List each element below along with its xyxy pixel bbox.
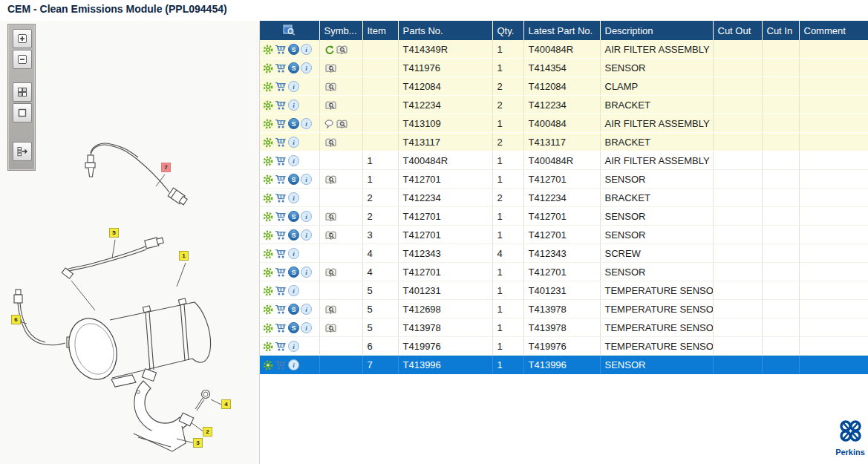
gear-icon[interactable] — [263, 249, 273, 259]
gear-icon[interactable] — [263, 212, 273, 222]
cart-icon[interactable] — [275, 45, 287, 54]
table-row[interactable]: Si 5 T412698 1 T413978 TEMPERATURE SENSO… — [260, 300, 868, 318]
table-row[interactable]: i 2 T412234 2 T412234 BRACKET — [260, 189, 868, 207]
gear-icon[interactable] — [263, 230, 273, 241]
table-row[interactable]: Si 2 T412701 1 T412701 SENSOR — [260, 207, 868, 226]
gear-icon[interactable] — [263, 82, 273, 92]
cart-icon[interactable] — [275, 249, 287, 258]
callout-4[interactable]: 4 — [221, 399, 231, 409]
column-header-latest-part-no[interactable]: Latest Part No. — [523, 21, 600, 40]
info-icon[interactable]: i — [288, 248, 299, 259]
callout-7[interactable]: 7 — [161, 163, 171, 172]
gear-icon[interactable] — [263, 63, 273, 73]
info-icon[interactable]: i — [288, 81, 299, 92]
info-icon[interactable]: i — [288, 359, 299, 370]
fit-view-button[interactable] — [13, 103, 32, 122]
book-icon[interactable] — [324, 64, 337, 73]
table-row[interactable]: i 4 T412343 4 T412343 SCREW — [260, 244, 868, 263]
book-icon[interactable] — [336, 120, 348, 129]
table-row[interactable]: i T412234 2 T412234 BRACKET — [260, 96, 868, 114]
table-row[interactable]: i T413117 2 T413117 BRACKET — [260, 133, 868, 151]
column-header-symb[interactable]: Symb... — [319, 21, 362, 40]
info-icon[interactable]: i — [301, 267, 312, 278]
callout-2[interactable]: 2 — [203, 427, 212, 437]
table-row[interactable]: i 6 T419976 1 T419976 TEMPERATURE SENSOR — [260, 337, 868, 356]
cart-icon[interactable] — [275, 267, 287, 277]
info-icon[interactable]: i — [301, 229, 312, 241]
column-header-qty[interactable]: Qty. — [492, 21, 523, 40]
info-icon[interactable]: i — [301, 322, 312, 333]
table-row[interactable]: Si T411976 1 T414354 SENSOR — [260, 59, 868, 77]
s-icon[interactable]: S — [288, 304, 299, 315]
balloon-icon[interactable] — [324, 120, 334, 129]
info-icon[interactable]: i — [301, 118, 312, 129]
refresh-icon[interactable] — [324, 45, 334, 55]
info-icon[interactable]: i — [288, 192, 299, 203]
table-row[interactable]: Si 5 T413978 1 T413978 TEMPERATURE SENSO… — [260, 318, 868, 337]
gear-icon[interactable] — [263, 193, 273, 203]
cart-icon[interactable] — [275, 100, 287, 110]
column-header-cut-out[interactable]: Cut Out — [713, 21, 762, 40]
table-row[interactable]: Si 4 T412701 1 T412701 SENSOR — [260, 263, 868, 281]
cart-icon[interactable] — [275, 286, 287, 295]
cart-icon[interactable] — [275, 212, 287, 221]
table-row[interactable]: i 1 T400484R 1 T400484R AIR FILTER ASSEM… — [260, 151, 868, 170]
info-icon[interactable]: i — [288, 285, 299, 296]
cart-icon[interactable] — [275, 119, 287, 128]
s-icon[interactable]: S — [288, 267, 299, 278]
cart-icon[interactable] — [275, 174, 287, 184]
s-icon[interactable]: S — [288, 229, 299, 241]
gear-icon[interactable] — [263, 174, 273, 185]
cart-icon[interactable] — [275, 230, 287, 240]
book-icon[interactable] — [324, 82, 337, 92]
info-icon[interactable]: i — [288, 155, 299, 166]
column-header-comment[interactable]: Comment — [799, 21, 868, 40]
gear-icon[interactable] — [263, 304, 273, 315]
cart-icon[interactable] — [275, 137, 287, 147]
s-icon[interactable]: S — [288, 44, 299, 55]
table-row[interactable]: i 5 T401231 1 T401231 TEMPERATURE SENSOR — [260, 281, 868, 300]
callout-3[interactable]: 3 — [193, 438, 203, 448]
gear-icon[interactable] — [263, 119, 273, 129]
book-icon[interactable] — [324, 231, 337, 241]
s-icon[interactable]: S — [288, 62, 299, 73]
info-icon[interactable]: i — [288, 341, 299, 352]
cart-icon[interactable] — [275, 63, 287, 73]
gear-icon[interactable] — [263, 360, 273, 370]
cart-icon[interactable] — [275, 342, 287, 351]
book-icon[interactable] — [324, 212, 337, 222]
gear-icon[interactable] — [263, 267, 273, 278]
gear-icon[interactable] — [263, 156, 273, 166]
table-row[interactable]: Si 1 T412701 1 T412701 SENSOR — [260, 170, 868, 189]
s-icon[interactable]: S — [288, 118, 299, 129]
info-icon[interactable]: i — [301, 211, 312, 222]
book-icon[interactable] — [324, 138, 337, 148]
s-icon[interactable]: S — [288, 211, 299, 222]
table-row[interactable]: Si T414349R 1 T400484R AIR FILTER ASSEMB… — [260, 40, 868, 59]
cart-icon[interactable] — [275, 304, 287, 314]
cart-icon[interactable] — [275, 323, 287, 333]
info-icon[interactable]: i — [288, 137, 299, 148]
cart-icon[interactable] — [275, 82, 287, 91]
gear-icon[interactable] — [263, 286, 273, 296]
callout-5[interactable]: 5 — [109, 228, 119, 238]
info-icon[interactable]: i — [301, 304, 312, 315]
book-icon[interactable] — [324, 101, 337, 111]
book-icon[interactable] — [336, 45, 348, 55]
table-row[interactable]: Si 3 T412701 1 T412701 SENSOR — [260, 226, 868, 244]
book-icon[interactable] — [324, 305, 337, 315]
cart-icon[interactable] — [275, 360, 287, 370]
callout-6[interactable]: 6 — [11, 315, 21, 324]
gear-icon[interactable] — [263, 100, 273, 111]
book-icon[interactable] — [324, 175, 337, 185]
column-header-parts-no[interactable]: Parts No. — [398, 21, 492, 40]
column-header-cut-in[interactable]: Cut In — [762, 21, 799, 40]
s-icon[interactable]: S — [288, 174, 299, 185]
table-row[interactable]: i 7 T413996 1 T413996 SENSOR — [260, 356, 868, 374]
column-header-actions[interactable] — [260, 21, 319, 40]
book-icon[interactable] — [324, 324, 337, 333]
toggle-panel-button[interactable] — [13, 142, 32, 161]
gear-icon[interactable] — [263, 323, 273, 333]
s-icon[interactable]: S — [288, 322, 299, 333]
column-header-item[interactable]: Item — [362, 21, 398, 40]
